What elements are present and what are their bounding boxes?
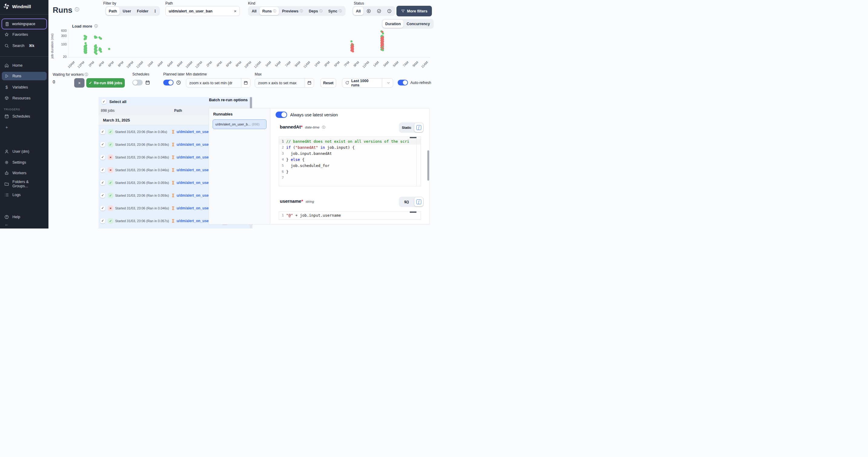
- auto-refresh-toggle[interactable]: [398, 80, 408, 85]
- rerun-jobs-button[interactable]: ✓Re-run 898 jobs: [86, 78, 125, 88]
- sidebar-item-user[interactable]: User (dm): [2, 147, 46, 156]
- mode-static-option[interactable]: Static: [399, 126, 414, 130]
- select-all-checkbox[interactable]: ✓: [101, 99, 106, 104]
- scatter-point[interactable]: [85, 52, 87, 54]
- kind-all[interactable]: All: [249, 7, 259, 15]
- status-all[interactable]: All: [353, 7, 364, 15]
- sidebar-item-logs[interactable]: Logs: [2, 191, 46, 199]
- runs-range-button[interactable]: Last 1000 runs: [342, 79, 380, 87]
- row-checkbox[interactable]: ✓: [100, 193, 105, 198]
- kind-previews[interactable]: Previewsⓘ: [279, 7, 306, 15]
- refresh-icon: [345, 81, 349, 85]
- row-status-icon: ×: [108, 205, 113, 211]
- mode-template-option[interactable]: ${}: [399, 200, 414, 204]
- latest-version-toggle[interactable]: [276, 112, 287, 118]
- more-filters-button[interactable]: More filters: [397, 6, 432, 17]
- info-icon[interactable]: ⓘ: [75, 7, 79, 12]
- row-checkbox[interactable]: ✓: [100, 180, 105, 185]
- filter-by-path[interactable]: Path: [106, 7, 120, 15]
- sidebar-item-variables[interactable]: $ Variables: [2, 83, 46, 91]
- kind-runs[interactable]: Runsⓘ: [259, 7, 279, 15]
- sidebar-item-resources[interactable]: Resources: [2, 94, 46, 103]
- divider: [0, 14, 49, 15]
- x-tick-label: 4PM: [97, 60, 105, 67]
- path-filter-label: Path: [165, 1, 173, 5]
- editor-scrollbar[interactable]: [410, 211, 416, 213]
- row-started-text: Started 31/03, 23:06 (Ran in 0.046s): [115, 206, 169, 210]
- batch-rerun-panel: Runnables u/dm/alert_on_user_b... (898) …: [209, 108, 430, 225]
- scatter-point[interactable]: [100, 51, 102, 53]
- max-datetime-input[interactable]: zoom x axis to set max: [255, 78, 314, 88]
- filter-by-folder[interactable]: Folder: [134, 7, 151, 15]
- status-failure-icon[interactable]: [384, 7, 394, 15]
- x-tick-label: 12PM: [76, 60, 85, 69]
- runs-range-dropdown[interactable]: [384, 79, 393, 87]
- sidebar-item-settings[interactable]: Settings: [2, 158, 46, 167]
- mode-javascript-option[interactable]: f: [414, 123, 423, 132]
- row-checkbox[interactable]: ✓: [100, 155, 105, 160]
- row-started-text: Started 31/03, 23:06 (Ran in 0.06s): [115, 130, 167, 134]
- row-started-text: Started 31/03, 23:06 (Ran in 0.048s): [115, 155, 169, 159]
- filter-by-more-menu[interactable]: ⋮: [151, 7, 159, 15]
- cancel-selection-button[interactable]: ×: [74, 78, 85, 88]
- add-trigger-button[interactable]: +: [2, 123, 46, 132]
- status-running-icon[interactable]: [364, 7, 374, 15]
- scatter-point[interactable]: [350, 40, 352, 42]
- scatter-point[interactable]: [352, 50, 354, 52]
- calendar-icon[interactable]: [305, 79, 314, 87]
- dollar-icon: $: [4, 85, 9, 90]
- sidebar-item-home[interactable]: Home: [2, 61, 46, 70]
- sidebar-item-favorites[interactable]: Favorites: [2, 30, 46, 39]
- editor-scrollbar[interactable]: [410, 137, 416, 138]
- filter-by-user[interactable]: User: [120, 7, 134, 15]
- path-filter-input[interactable]: u/dm/alert_on_user_ban ×: [165, 6, 240, 16]
- sidebar-item-folders-groups[interactable]: Folders & Groups...: [2, 180, 46, 188]
- sidebar-item-runs[interactable]: Runs: [2, 72, 46, 80]
- info-icon: ⓘ: [85, 73, 88, 77]
- reset-button[interactable]: Reset: [320, 78, 336, 88]
- panel-scrollbar-thumb[interactable]: [427, 150, 429, 181]
- collapse-sidebar-button[interactable]: ←: [2, 220, 46, 229]
- calendar-icon[interactable]: [241, 79, 250, 87]
- app-logo[interactable]: Windmill: [3, 3, 31, 10]
- row-started-text: Started 31/03, 23:06 (Ran in 0.059s): [115, 194, 169, 197]
- chart-plot-area[interactable]: 6003001002010AM12PM2PM4PM6PM8PM10PM12AM2…: [68, 29, 430, 58]
- code-editor-username[interactable]: 1"@" + job.input.username: [279, 211, 421, 220]
- kind-deps[interactable]: Depsⓘ: [306, 7, 325, 15]
- scatter-point[interactable]: [84, 38, 86, 40]
- load-more-button[interactable]: Load moreⓘ: [72, 24, 98, 29]
- clear-path-icon[interactable]: ×: [234, 8, 237, 13]
- row-checkbox[interactable]: ✓: [100, 219, 105, 223]
- sidebar-item-schedules[interactable]: Schedules: [2, 112, 46, 121]
- workspace-selector[interactable]: workingspace: [1, 19, 47, 29]
- runnables-label: Runnables: [213, 112, 232, 116]
- row-checkbox[interactable]: ✓: [100, 142, 105, 147]
- x-tick-label: 10AM: [185, 60, 193, 69]
- status-success-icon[interactable]: [374, 7, 384, 15]
- schedules-toggle[interactable]: [132, 80, 143, 85]
- y-tick-label: 300: [55, 34, 67, 37]
- scatter-point[interactable]: [94, 37, 96, 39]
- row-checkbox[interactable]: ✓: [100, 206, 105, 210]
- row-checkbox[interactable]: ✓: [100, 168, 105, 172]
- scatter-point[interactable]: [100, 37, 102, 40]
- kind-sync[interactable]: Syncⓘ: [326, 7, 345, 15]
- runnable-item[interactable]: u/dm/alert_on_user_b... (898): [213, 119, 267, 129]
- auto-refresh-label: Auto-refresh: [410, 81, 431, 85]
- planned-later-toggle[interactable]: [163, 80, 174, 85]
- code-editor-bannedat[interactable]: 1// bannedAt does not exist on all versi…: [279, 137, 421, 187]
- scatter-point[interactable]: [95, 53, 97, 55]
- scatter-point[interactable]: [108, 48, 110, 50]
- sidebar-item-workers[interactable]: Workers: [2, 169, 46, 177]
- plus-icon: +: [4, 125, 9, 130]
- min-datetime-input[interactable]: zoom x axis to set min (dr: [186, 78, 250, 88]
- mode-javascript-option[interactable]: f: [414, 197, 423, 206]
- status-label: Status: [354, 1, 364, 5]
- row-checkbox[interactable]: ✓: [100, 130, 105, 134]
- scatter-point[interactable]: [382, 49, 384, 51]
- schedules-control: [132, 80, 150, 85]
- x-tick-label: 4PM: [215, 60, 223, 67]
- scatter-point[interactable]: [382, 32, 384, 34]
- sidebar-item-search[interactable]: Search ⌘k: [2, 41, 46, 50]
- runs-duration-chart[interactable]: Load moreⓘ job duration (ms) 60030010020…: [49, 18, 434, 72]
